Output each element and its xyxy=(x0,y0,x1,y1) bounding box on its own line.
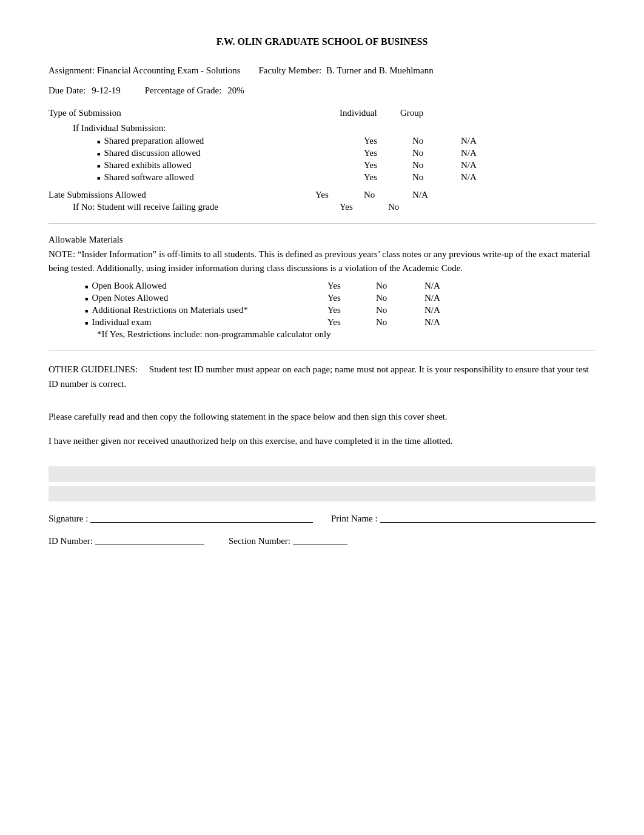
mat-na-1: N/A xyxy=(424,281,461,291)
mat-label-3: Additional Restrictions on Materials use… xyxy=(92,305,247,315)
signature-line xyxy=(90,522,313,523)
mat-yes-1: Yes xyxy=(327,281,376,291)
mat-na-2: N/A xyxy=(424,293,461,303)
signature-item: Signature : xyxy=(49,514,313,524)
row-no-4: No xyxy=(412,172,461,183)
late-yes: Yes xyxy=(315,190,364,200)
assignment-value: Financial Accounting Exam - Solutions xyxy=(97,65,241,76)
assignment-label: Assignment: xyxy=(49,65,95,76)
due-date-item: Due Date: 9-12-19 xyxy=(49,86,121,96)
section-number-item: Section Number: xyxy=(229,536,347,546)
print-name-label: Print Name : xyxy=(331,514,378,524)
table-row: ■ Shared exhibits allowed Yes No N/A xyxy=(49,160,595,170)
col-group-header: Group xyxy=(400,108,449,118)
section-number-line xyxy=(293,545,347,545)
if-individual-label: If Individual Submission: xyxy=(73,123,595,133)
write-area xyxy=(49,466,595,501)
due-date-row: Due Date: 9-12-19 Percentage of Grade: 2… xyxy=(49,86,595,96)
table-row: ■ Shared preparation allowed Yes No N/A xyxy=(49,136,595,146)
row-label-2: Shared discussion allowed xyxy=(104,148,200,158)
due-date-value: 9-12-19 xyxy=(92,86,121,96)
mat-no-3: No xyxy=(376,305,424,315)
mat-label-1: Open Book Allowed xyxy=(92,281,166,291)
assignment-row: Assignment: Financial Accounting Exam - … xyxy=(49,65,595,76)
row-no-2: No xyxy=(412,148,461,158)
table-row: ■ Shared software allowed Yes No N/A xyxy=(49,172,595,183)
late-label: Late Submissions Allowed xyxy=(49,190,315,200)
mat-label-2: Open Notes Allowed xyxy=(92,293,168,303)
mat-no-2: No xyxy=(376,293,424,303)
other-guidelines: OTHER GUIDELINES: Student test ID number… xyxy=(49,362,595,391)
allowable-note: NOTE: “Insider Information” is off-limit… xyxy=(49,247,595,275)
write-line-1 xyxy=(49,466,595,482)
section-number-label: Section Number: xyxy=(229,536,290,546)
signature-row: Signature : Print Name : xyxy=(49,514,595,524)
bullet-icon: ■ xyxy=(85,284,88,290)
col-individual-header: Individual xyxy=(340,108,400,118)
mat-yes-3: Yes xyxy=(327,305,376,315)
late-row: Late Submissions Allowed Yes No N/A xyxy=(49,190,595,200)
statement-intro: Please carefully read and then copy the … xyxy=(49,409,595,424)
bullet-icon: ■ xyxy=(97,163,100,169)
bullet-icon: ■ xyxy=(97,151,100,157)
row-na-1: N/A xyxy=(461,136,497,146)
late-na: N/A xyxy=(412,190,449,200)
late-no: No xyxy=(364,190,412,200)
oath-text: I have neither given nor received unauth… xyxy=(49,434,595,448)
percentage-value: 20% xyxy=(227,86,244,96)
row-na-3: N/A xyxy=(461,160,497,170)
mat-no-1: No xyxy=(376,281,424,291)
other-guidelines-label: OTHER GUIDELINES: xyxy=(49,364,138,374)
row-yes-3: Yes xyxy=(364,160,412,170)
table-row: ■ Individual exam Yes No N/A xyxy=(49,317,595,327)
write-line-2 xyxy=(49,486,595,501)
row-na-4: N/A xyxy=(461,172,497,183)
restriction-note: *If Yes, Restrictions include: non-progr… xyxy=(97,329,595,340)
id-number-label: ID Number: xyxy=(49,536,93,546)
row-yes-4: Yes xyxy=(364,172,412,183)
if-no-row: If No: Student will receive failing grad… xyxy=(49,202,595,212)
bullet-icon: ■ xyxy=(85,308,88,314)
table-row: ■ Shared discussion allowed Yes No N/A xyxy=(49,148,595,158)
type-label: Type of Submission xyxy=(49,108,340,118)
percentage-label: Percentage of Grade: xyxy=(145,86,222,96)
if-no-yes: Yes xyxy=(340,202,388,212)
divider-2 xyxy=(49,350,595,351)
due-date-label: Due Date: xyxy=(49,86,86,96)
mat-na-3: N/A xyxy=(424,305,461,315)
allowable-title: Allowable Materials xyxy=(49,235,595,245)
table-row: ■ Open Book Allowed Yes No N/A xyxy=(49,281,595,291)
if-no-label: If No: Student will receive failing grad… xyxy=(73,202,340,212)
allowable-section: Allowable Materials NOTE: “Insider Infor… xyxy=(49,235,595,340)
row-label-4: Shared software allowed xyxy=(104,172,193,183)
submission-section: Type of Submission Individual Group If I… xyxy=(49,108,595,212)
row-yes-2: Yes xyxy=(364,148,412,158)
row-no-3: No xyxy=(412,160,461,170)
bullet-icon: ■ xyxy=(85,320,88,326)
submission-header: Type of Submission Individual Group xyxy=(49,108,595,118)
mat-na-4: N/A xyxy=(424,317,461,327)
table-row: ■ Open Notes Allowed Yes No N/A xyxy=(49,293,595,303)
row-label-1: Shared preparation allowed xyxy=(104,136,204,146)
faculty-label: Faculty Member: xyxy=(258,65,321,76)
print-name-line xyxy=(380,522,595,523)
id-number-item: ID Number: xyxy=(49,536,204,546)
row-no-1: No xyxy=(412,136,461,146)
if-no-no: No xyxy=(388,202,437,212)
row-yes-1: Yes xyxy=(364,136,412,146)
divider-1 xyxy=(49,223,595,224)
bullet-icon: ■ xyxy=(97,175,100,181)
faculty-value: B. Turner and B. Muehlmann xyxy=(326,65,434,76)
percentage-item: Percentage of Grade: 20% xyxy=(145,86,244,96)
print-name-item: Print Name : xyxy=(331,514,595,524)
signature-label: Signature : xyxy=(49,514,88,524)
table-row: ■ Additional Restrictions on Materials u… xyxy=(49,305,595,315)
row-label-3: Shared exhibits allowed xyxy=(104,160,191,170)
bullet-icon: ■ xyxy=(97,139,100,145)
id-row: ID Number: Section Number: xyxy=(49,536,595,546)
mat-no-4: No xyxy=(376,317,424,327)
mat-yes-4: Yes xyxy=(327,317,376,327)
mat-yes-2: Yes xyxy=(327,293,376,303)
mat-label-4: Individual exam xyxy=(92,317,151,327)
row-na-2: N/A xyxy=(461,148,497,158)
